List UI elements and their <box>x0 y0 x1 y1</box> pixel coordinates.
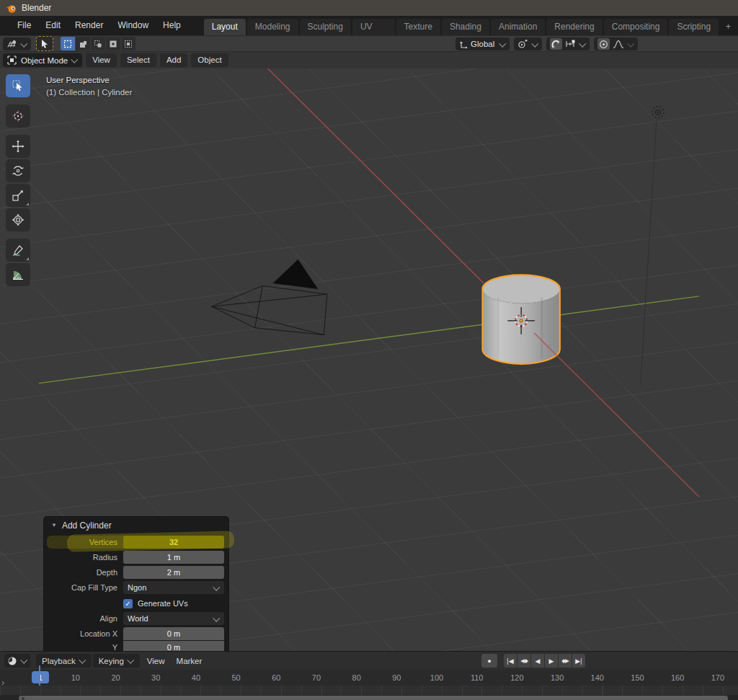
timeline-menu-marker[interactable]: Marker <box>171 657 208 665</box>
tab-scripting[interactable]: Scripting <box>669 19 719 35</box>
tab-layout[interactable]: Layout <box>204 19 246 35</box>
timeline-menu-view[interactable]: View <box>141 657 171 665</box>
viewport-editor-icon <box>6 40 17 49</box>
tab-animation[interactable]: Animation <box>491 19 545 35</box>
menu-window[interactable]: Window <box>110 16 156 35</box>
active-tool-button[interactable] <box>36 36 53 51</box>
timeline-editor-type-button[interactable] <box>4 654 30 668</box>
timeline-menu-keying[interactable]: Keying <box>93 654 140 668</box>
tool-cursor[interactable] <box>6 105 30 128</box>
viewport-menu-object[interactable]: Object <box>191 53 228 67</box>
next-keyframe-button[interactable]: ◆▶ <box>559 654 572 668</box>
radius-field[interactable]: 1 m <box>123 551 224 564</box>
mode-dropdown[interactable]: Object Mode <box>3 53 82 67</box>
select-mode-set-button[interactable] <box>61 37 75 50</box>
tab-texture-paint[interactable]: Texture Paint <box>396 19 440 35</box>
tool-move[interactable] <box>6 135 30 158</box>
tool-tweak-select[interactable] <box>6 74 30 97</box>
menu-render[interactable]: Render <box>68 16 110 35</box>
depth-field[interactable]: 2 m <box>123 566 224 579</box>
frame-tick-label: 90 <box>377 673 417 682</box>
object-mode-icon <box>7 56 17 65</box>
transform-icon <box>12 213 25 226</box>
operator-panel-add-cylinder: ▼ Add Cylinder Vertices 32 Radius 1 m De… <box>43 516 229 651</box>
vertices-field[interactable]: 32 <box>123 536 224 549</box>
location-y-field[interactable]: 0 m <box>123 641 224 651</box>
tool-options-corner <box>26 257 29 260</box>
chevron-down-icon <box>20 657 27 664</box>
tool-annotate[interactable] <box>6 239 30 262</box>
menu-help[interactable]: Help <box>156 16 188 35</box>
light-object[interactable] <box>641 107 664 386</box>
context-breadcrumb: (1) Collection | Cylinder <box>46 87 132 99</box>
viewport-3d[interactable]: User Perspective (1) Collection | Cylind… <box>0 68 738 651</box>
jump-to-end-button[interactable]: ▶| <box>572 654 585 668</box>
play-button[interactable]: ▶ <box>545 654 559 668</box>
viewport-menu-add[interactable]: Add <box>160 53 187 67</box>
pivot-point-dropdown[interactable] <box>514 37 542 50</box>
prev-keyframe-button[interactable]: ◀◆ <box>517 654 531 668</box>
tool-rotate[interactable] <box>6 159 30 182</box>
timeline-menu-playback[interactable]: Playback <box>36 654 92 668</box>
select-mode-extend-button[interactable] <box>76 37 90 50</box>
frame-tick-label: 150 <box>618 673 658 682</box>
cap-fill-label: Cap Fill Type <box>47 583 123 592</box>
tool-scale[interactable] <box>6 184 30 207</box>
menu-edit[interactable]: Edit <box>38 16 68 35</box>
frame-tick-label: 80 <box>337 673 377 682</box>
camera-object[interactable] <box>212 260 327 335</box>
operator-panel-title: Add Cylinder <box>62 520 112 531</box>
frame-tick-label: 10 <box>55 673 96 682</box>
field-row-location-x: Location X 0 m <box>47 627 224 640</box>
camera-up-triangle <box>273 260 319 289</box>
jump-to-start-button[interactable]: |◀ <box>504 654 517 668</box>
timeline-scroll-area <box>0 695 738 700</box>
menu-file[interactable]: File <box>10 16 38 35</box>
snap-toggle[interactable] <box>550 38 562 50</box>
align-dropdown[interactable]: World <box>123 612 224 625</box>
location-x-field[interactable]: 0 m <box>123 627 224 640</box>
tab-sculpting[interactable]: Sculpting <box>300 19 351 35</box>
add-workspace-button[interactable]: + <box>720 19 737 35</box>
viewport-menu-select[interactable]: Select <box>120 53 156 67</box>
select-mode-invert-button[interactable] <box>106 37 120 50</box>
select-mode-intersect-button[interactable] <box>121 37 135 50</box>
tab-compositing[interactable]: Compositing <box>604 19 668 35</box>
tab-shading[interactable]: Shading <box>442 19 489 35</box>
timeline-header: Playback Keying View Marker ● |◀ ◀◆ ◀ ▶ … <box>0 652 738 670</box>
frame-tick-label: 170 <box>698 673 738 682</box>
horizontal-scrollbar[interactable] <box>19 696 728 700</box>
frame-ruler[interactable]: 10 20 30 40 50 60 70 80 90 100 110 120 1… <box>0 670 738 686</box>
align-value: World <box>128 614 210 623</box>
proportional-edit-controls[interactable] <box>594 37 638 50</box>
select-mode-subtract-button[interactable] <box>91 37 105 50</box>
cap-fill-dropdown[interactable]: Ngon <box>123 581 224 594</box>
chevron-down-icon <box>499 40 507 47</box>
tool-measure[interactable] <box>6 263 30 286</box>
frame-tick-label: 140 <box>577 673 618 682</box>
operator-panel-header[interactable]: ▼ Add Cylinder <box>47 517 224 533</box>
viewport-menu-view[interactable]: View <box>86 53 117 67</box>
collapse-triangle-icon[interactable]: ▼ <box>51 522 57 528</box>
snap-controls[interactable] <box>546 37 590 50</box>
proportional-toggle[interactable] <box>597 38 610 50</box>
play-reverse-button[interactable]: ◀ <box>531 654 545 668</box>
current-frame-badge[interactable]: 1 <box>32 671 49 683</box>
editor-type-button[interactable] <box>3 37 31 50</box>
playback-label: Playback <box>42 657 76 665</box>
chevron-down-icon <box>71 56 78 63</box>
rotate-icon <box>12 164 25 177</box>
timeline-clock-icon <box>7 656 17 666</box>
generate-uvs-checkbox[interactable]: ✓ <box>123 599 133 608</box>
field-row-align: Align World <box>47 612 224 625</box>
timeline-tick-track[interactable] <box>0 686 738 695</box>
playback-controls: ● |◀ ◀◆ ◀ ▶ ◆▶ ▶| <box>481 654 585 668</box>
tab-modeling[interactable]: Modeling <box>247 19 298 35</box>
scrollbar-handle-dot[interactable] <box>22 697 25 700</box>
chevron-down-icon <box>127 657 134 664</box>
orientation-dropdown[interactable]: Global <box>455 37 510 50</box>
tab-uv-editing[interactable]: UV Editing <box>352 19 395 35</box>
tab-rendering[interactable]: Rendering <box>546 19 602 35</box>
record-button[interactable]: ● <box>481 654 497 668</box>
tool-transform[interactable] <box>6 208 30 231</box>
